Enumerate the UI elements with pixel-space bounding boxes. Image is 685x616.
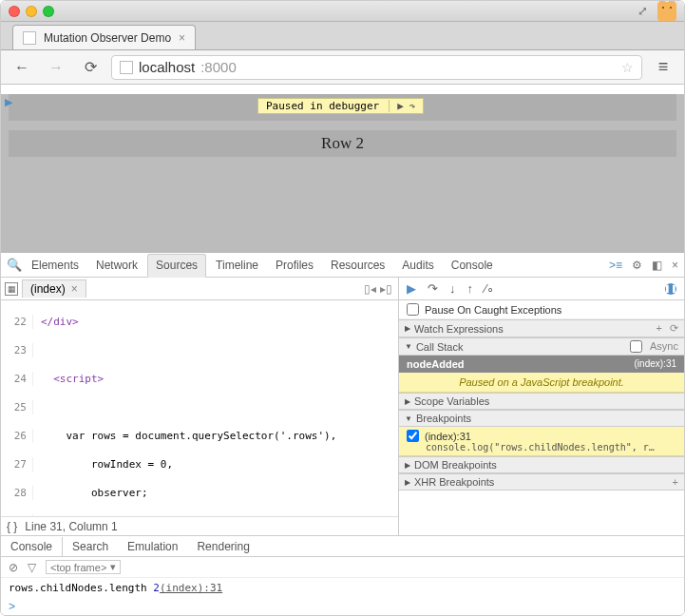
scritch-icon: [657, 2, 676, 21]
breakpoint-item[interactable]: (index):31 console.log("rows.childNodes.…: [399, 427, 684, 456]
tab-timeline[interactable]: Timeline: [208, 255, 266, 276]
drawer-tab-console[interactable]: Console: [1, 537, 63, 556]
step-over-button[interactable]: ↷: [409, 100, 416, 112]
tab-title: Mutation Observer Demo: [44, 31, 171, 45]
chevron-right-icon: ▶: [405, 324, 410, 333]
chevron-down-icon: ▼: [405, 342, 412, 351]
paused-badge: Paused in debugger ▶ ↷: [257, 98, 424, 114]
toggle-drawer-icon[interactable]: >≡: [609, 259, 622, 272]
pause-exceptions-button[interactable]: ❚❚: [665, 283, 676, 295]
back-button[interactable]: ←: [9, 54, 35, 81]
navigator-icon[interactable]: ▦: [5, 282, 18, 296]
history-fwd-icon[interactable]: ▸▯: [380, 282, 392, 296]
browser-tabbar: Mutation Observer Demo ×: [1, 22, 684, 50]
deactivate-breakpoints-button[interactable]: ⁄∘: [485, 281, 494, 296]
breakpoint-checkbox[interactable]: [407, 430, 419, 442]
history-back-icon[interactable]: ▯◂: [364, 282, 376, 296]
drawer-tab-rendering[interactable]: Rendering: [187, 537, 258, 556]
resume-icon[interactable]: ▶: [5, 96, 12, 108]
bookmark-icon[interactable]: ☆: [621, 60, 634, 75]
browser-toolbar: ← → ⟳ localhost:8000 ☆ ≡: [1, 50, 684, 85]
add-icon[interactable]: +: [673, 476, 678, 488]
debugger-toolbar: ▶ ↷ ↓ ↑ ⁄∘ ❚❚: [399, 278, 684, 300]
close-tab-icon[interactable]: ×: [179, 31, 185, 45]
console-message: rows.childNodes.length 2: [9, 582, 160, 594]
dock-icon[interactable]: ◧: [652, 259, 662, 272]
page-icon: [23, 31, 36, 45]
async-checkbox[interactable]: [630, 340, 642, 353]
sources-panel: ▦ (index) × ▯◂ ▸▯ 22</div> 23 24 <script…: [1, 278, 399, 535]
tab-network[interactable]: Network: [88, 255, 145, 276]
dom-breakpoints-section[interactable]: ▶DOM Breakpoints: [399, 456, 684, 473]
pause-caught-option[interactable]: Pause On Caught Exceptions: [399, 300, 684, 319]
status-bar: { } Line 31, Column 1: [1, 516, 398, 535]
console-prompt[interactable]: >: [1, 598, 684, 615]
filter-icon[interactable]: ▽: [28, 561, 36, 574]
debugger-sidebar: ▶ ↷ ↓ ↑ ⁄∘ ❚❚ Pause On Caught Exceptions…: [399, 278, 684, 535]
browser-tab[interactable]: Mutation Observer Demo ×: [12, 25, 196, 49]
format-icon[interactable]: { }: [7, 520, 17, 533]
window-titlebar: ⤢: [1, 1, 684, 22]
expand-icon[interactable]: ⤢: [637, 4, 648, 18]
forward-button[interactable]: →: [43, 54, 69, 81]
source-file-tab[interactable]: (index) ×: [22, 279, 86, 298]
add-icon[interactable]: +: [656, 322, 662, 335]
source-file-name: (index): [30, 282, 66, 296]
code-editor[interactable]: 22</div> 23 24 <script> 25 26 var rows =…: [1, 300, 398, 516]
scope-section[interactable]: ▶Scope Variables: [399, 393, 684, 410]
url-host: localhost: [139, 59, 195, 75]
tab-audits[interactable]: Audits: [394, 255, 441, 276]
resume-button[interactable]: ▶: [407, 281, 416, 296]
drawer: Console Search Emulation Rendering ⊘ ▽ <…: [1, 535, 684, 615]
tab-profiles[interactable]: Profiles: [268, 255, 321, 276]
step-into-button[interactable]: ↓: [449, 281, 456, 296]
step-over-button[interactable]: ↷: [428, 281, 438, 296]
close-devtools-icon[interactable]: ×: [672, 259, 678, 272]
tab-elements[interactable]: Elements: [24, 255, 86, 276]
pause-reason: Paused on a JavaScript breakpoint.: [399, 373, 684, 393]
step-out-button[interactable]: ↑: [467, 281, 474, 296]
breakpoints-section[interactable]: ▼Breakpoints: [399, 410, 684, 427]
page-viewport: ▶ Paused in debugger ▶ ↷ Row 1 Row 2: [1, 94, 684, 261]
content-row: Row 2: [9, 130, 676, 157]
console-source-link[interactable]: (index):31: [160, 582, 676, 594]
drawer-tab-search[interactable]: Search: [63, 537, 118, 556]
close-icon[interactable]: ×: [71, 282, 78, 296]
close-window-button[interactable]: [9, 6, 20, 17]
devtools: 🔍 Elements Network Sources Timeline Prof…: [1, 252, 684, 615]
callstack-section[interactable]: ▼ Call Stack Async: [399, 337, 684, 356]
pause-caught-checkbox[interactable]: [407, 303, 419, 316]
omnibox[interactable]: localhost:8000 ☆: [111, 55, 642, 80]
watch-section[interactable]: ▶ Watch Expressions +⟳: [399, 319, 684, 337]
inspect-icon[interactable]: 🔍: [7, 258, 22, 272]
tab-console[interactable]: Console: [444, 255, 501, 276]
settings-icon[interactable]: ⚙: [632, 259, 642, 272]
console-output: rows.childNodes.length 2 (index):31: [1, 578, 684, 598]
refresh-icon[interactable]: ⟳: [670, 322, 678, 335]
paused-text: Paused in debugger: [266, 100, 379, 112]
url-port: :8000: [200, 59, 237, 75]
drawer-tab-emulation[interactable]: Emulation: [118, 537, 187, 556]
tab-resources[interactable]: Resources: [323, 255, 392, 276]
cursor-position: Line 31, Column 1: [25, 520, 117, 533]
callstack-frame[interactable]: nodeAdded (index):31: [399, 356, 684, 373]
devtools-tabbar: 🔍 Elements Network Sources Timeline Prof…: [1, 253, 684, 278]
tab-sources[interactable]: Sources: [147, 254, 206, 278]
resume-button[interactable]: ▶: [397, 100, 404, 112]
xhr-breakpoints-section[interactable]: ▶XHR Breakpoints+: [399, 473, 684, 491]
minimize-window-button[interactable]: [26, 6, 37, 17]
frame-selector[interactable]: <top frame>▾: [46, 560, 121, 574]
clear-console-icon[interactable]: ⊘: [9, 561, 18, 574]
menu-button[interactable]: ≡: [650, 54, 676, 81]
zoom-window-button[interactable]: [43, 6, 54, 17]
page-icon: [120, 61, 133, 74]
reload-button[interactable]: ⟳: [77, 54, 104, 81]
